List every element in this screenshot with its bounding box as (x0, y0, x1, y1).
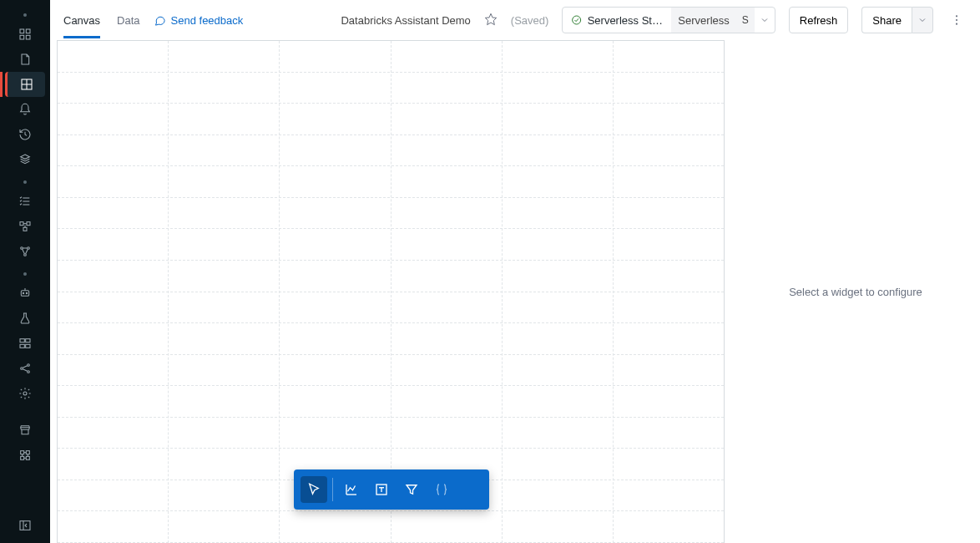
nav-separator-dot (23, 272, 27, 276)
svg-rect-10 (20, 222, 23, 226)
canvas-grid-rows (58, 41, 724, 543)
nav-marketplace[interactable] (13, 418, 38, 443)
send-feedback-link[interactable]: Send feedback (154, 14, 244, 27)
nav-separator-dot (23, 180, 27, 184)
tab-canvas[interactable]: Canvas (63, 3, 100, 38)
config-panel-placeholder: Select a widget to configure (789, 286, 922, 298)
svg-point-24 (21, 368, 23, 370)
nav-active-indicator (0, 72, 3, 97)
svg-point-14 (28, 247, 30, 250)
tool-chart[interactable] (338, 476, 365, 503)
svg-point-13 (21, 247, 23, 250)
svg-point-17 (23, 292, 23, 293)
more-actions-button[interactable] (947, 13, 967, 27)
svg-point-41 (573, 16, 581, 24)
nav-settings-2[interactable] (13, 381, 38, 406)
nav-models[interactable] (13, 331, 38, 356)
share-button-group: Share (861, 7, 933, 33)
tool-cursor[interactable] (301, 476, 327, 503)
svg-marker-40 (485, 13, 496, 24)
refresh-button[interactable]: Refresh (789, 7, 849, 33)
saved-status: (Saved) (511, 14, 549, 27)
nav-alerts[interactable] (13, 97, 38, 122)
nav-workflows[interactable] (13, 214, 38, 239)
compute-avatar: S (736, 8, 755, 33)
config-panel: Select a widget to configure (731, 40, 980, 543)
chat-icon (154, 14, 166, 27)
svg-point-44 (956, 23, 957, 25)
editor-tabs: Canvas Data (63, 3, 140, 38)
compute-secondary-label: Serverless (671, 8, 735, 33)
tool-text[interactable] (368, 476, 395, 503)
tool-code[interactable] (428, 476, 455, 503)
svg-rect-31 (26, 451, 29, 454)
svg-rect-11 (27, 222, 30, 226)
widget-toolbar (294, 469, 489, 510)
nav-dashboard[interactable] (13, 22, 38, 47)
svg-point-29 (23, 392, 27, 395)
svg-rect-23 (26, 344, 30, 348)
status-ok-icon (571, 14, 582, 26)
nav-share-graph[interactable] (13, 356, 38, 381)
kebab-icon (950, 13, 963, 27)
canvas-area[interactable] (57, 40, 725, 543)
nav-partner[interactable] (13, 443, 38, 468)
svg-rect-32 (21, 456, 24, 459)
cursor-icon (306, 482, 321, 497)
nav-experiments[interactable] (13, 306, 38, 331)
chevron-down-icon (917, 15, 927, 25)
chart-line-icon (344, 482, 359, 497)
svg-rect-33 (26, 456, 29, 459)
svg-rect-12 (23, 227, 27, 231)
svg-line-27 (23, 366, 27, 368)
send-feedback-label: Send feedback (171, 14, 244, 27)
share-dropdown-button[interactable] (912, 7, 933, 33)
nav-ml[interactable] (13, 281, 38, 306)
svg-rect-3 (26, 35, 30, 39)
filter-icon (404, 482, 419, 497)
topbar: Canvas Data Send feedback Databricks Ass… (50, 0, 980, 40)
share-button[interactable]: Share (861, 7, 912, 33)
svg-rect-1 (26, 29, 30, 33)
svg-rect-16 (21, 291, 28, 297)
svg-rect-2 (20, 35, 24, 39)
nav-file[interactable] (13, 47, 38, 72)
compute-dropdown-caret[interactable] (755, 8, 775, 33)
nav-collapse[interactable] (13, 513, 38, 538)
tab-data[interactable]: Data (117, 3, 139, 38)
svg-rect-20 (20, 339, 24, 343)
nav-storage[interactable] (13, 147, 38, 172)
svg-rect-21 (26, 339, 30, 343)
dashboard-title[interactable]: Databricks Assistant Demo (341, 14, 470, 27)
svg-rect-0 (20, 29, 24, 33)
svg-point-15 (24, 254, 27, 256)
favorite-button[interactable] (484, 13, 498, 28)
nav-canvas[interactable] (5, 72, 45, 97)
svg-point-42 (956, 15, 957, 17)
nav-pipelines[interactable] (13, 239, 38, 264)
svg-line-28 (23, 369, 27, 372)
text-box-icon (374, 482, 389, 497)
toolbar-divider (332, 478, 333, 501)
nav-tasks[interactable] (13, 189, 38, 214)
tool-filter[interactable] (398, 476, 425, 503)
svg-point-43 (956, 19, 957, 21)
svg-point-26 (28, 371, 30, 373)
svg-point-25 (28, 364, 30, 367)
nav-history[interactable] (13, 122, 38, 147)
compute-selector[interactable]: Serverless Sta... Serverless S (562, 7, 775, 33)
nav-separator-dot (23, 13, 27, 17)
chevron-down-icon (760, 15, 770, 25)
svg-rect-22 (20, 344, 24, 348)
compute-primary-label: Serverless Sta... (588, 14, 664, 27)
braces-icon (434, 482, 449, 497)
star-icon (484, 13, 498, 26)
svg-point-18 (26, 292, 27, 293)
left-nav-rail (0, 0, 50, 543)
svg-rect-30 (21, 451, 24, 454)
